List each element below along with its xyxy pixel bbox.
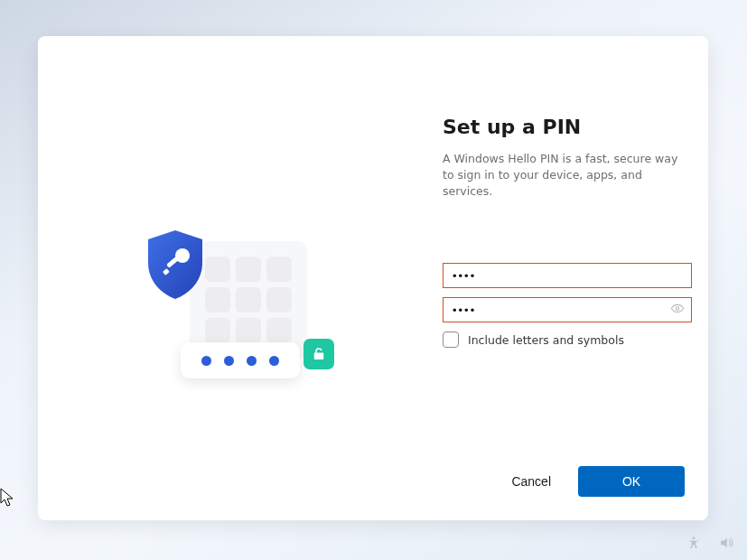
cancel-button[interactable]: Cancel: [502, 467, 560, 496]
accessibility-icon[interactable]: [686, 535, 702, 551]
volume-icon[interactable]: [718, 535, 734, 551]
system-tray: [686, 535, 734, 551]
cursor-icon: [0, 488, 16, 508]
dialog-card: Set up a PIN A Windows Hello PIN is a fa…: [38, 36, 708, 520]
confirm-pin-input[interactable]: [443, 297, 692, 322]
pin-dots-icon: [181, 342, 300, 378]
dialog-footer: Cancel OK: [502, 466, 685, 497]
svg-point-4: [693, 537, 696, 539]
ok-button[interactable]: OK: [578, 466, 685, 497]
pin-illustration: [135, 223, 336, 402]
svg-point-3: [676, 307, 678, 310]
unlock-badge-icon: [303, 339, 334, 369]
shield-key-icon: [143, 229, 208, 301]
page-subtitle: A Windows Hello PIN is a fast, secure wa…: [443, 151, 692, 200]
reveal-password-icon[interactable]: [670, 302, 685, 316]
form-area: Set up a PIN A Windows Hello PIN is a fa…: [443, 116, 692, 348]
pin-input[interactable]: [443, 263, 692, 288]
page-title: Set up a PIN: [443, 116, 692, 138]
include-symbols-label: Include letters and symbols: [468, 333, 624, 347]
include-symbols-checkbox[interactable]: [443, 331, 459, 348]
